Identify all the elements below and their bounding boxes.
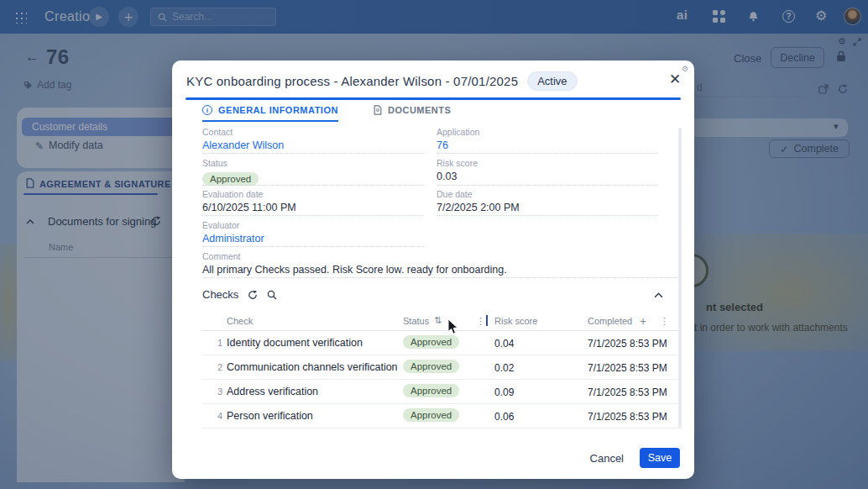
row-num: 3 xyxy=(217,386,222,397)
tab-documents[interactable]: DOCUMENTS xyxy=(374,105,451,122)
field-evaluation-date[interactable]: Evaluation date 6/10/2025 11:00 PM xyxy=(202,189,424,213)
cancel-button[interactable]: Cancel xyxy=(590,452,624,465)
row-status-pill: Approved xyxy=(403,408,459,422)
col-risk: Risk score xyxy=(494,316,537,326)
application-link[interactable]: 76 xyxy=(437,139,658,151)
row-status-pill: Approved xyxy=(403,360,459,373)
modal-scrollbar[interactable] xyxy=(678,128,682,429)
tab-panel-accent xyxy=(186,97,681,100)
row-num: 4 xyxy=(217,411,222,421)
checks-section-title: Checks xyxy=(202,288,238,301)
add-column-icon[interactable]: + xyxy=(640,314,646,328)
column-menu-icon[interactable]: ⋮ xyxy=(476,316,485,327)
col-status: Status xyxy=(403,316,429,326)
field-risk-score[interactable]: Risk score 0.03 xyxy=(437,158,658,182)
save-button[interactable]: Save xyxy=(640,448,680,468)
field-contact[interactable]: Contact Alexander Wilson xyxy=(202,127,424,151)
search-icon[interactable] xyxy=(267,290,277,300)
row-risk: 0.09 xyxy=(494,386,514,398)
row-check: Person verification xyxy=(227,410,313,422)
collapse-checks-chevron-icon[interactable] xyxy=(654,292,663,298)
row-risk: 0.04 xyxy=(494,338,514,350)
modal-title: KYC onboarding process - Alexander Wilso… xyxy=(186,74,518,88)
sort-icon[interactable]: ⇅ xyxy=(434,315,442,326)
col-check: Check xyxy=(227,316,253,326)
row-num: 2 xyxy=(217,362,222,372)
evaluator-link[interactable]: Administrator xyxy=(202,233,424,244)
row-completed: 7/1/2025 8:53 PM xyxy=(588,386,667,398)
checks-table-body: 1 Identity document verification Approve… xyxy=(202,331,680,429)
check-table-row[interactable]: 1 Identity document verification Approve… xyxy=(202,331,680,355)
document-icon xyxy=(374,105,382,115)
row-completed: 7/1/2025 8:53 PM xyxy=(588,338,667,350)
row-check: Address verification xyxy=(227,386,318,397)
row-status-pill: Approved xyxy=(403,335,459,349)
modal-settings-gear-icon[interactable]: ⚙ xyxy=(682,65,688,73)
field-due-date[interactable]: Due date 7/2/2025 2:00 PM xyxy=(437,189,658,213)
col-completed: Completed xyxy=(588,316,632,326)
row-completed: 7/1/2025 8:53 PM xyxy=(588,362,667,374)
app-root: Creatio ▶ + Search... ai ? ⚙ ← 76 Add ta… xyxy=(0,0,868,489)
mouse-cursor xyxy=(447,318,459,335)
tab-general-information[interactable]: i GENERAL INFORMATION xyxy=(202,105,338,122)
refresh-icon[interactable] xyxy=(248,290,258,300)
modal-close-icon[interactable]: ✕ xyxy=(669,72,681,87)
checks-table-header: Check Status ⇅ ⋮ Risk score Completed + … xyxy=(202,313,680,331)
status-badge: Active xyxy=(527,71,577,91)
kyc-modal: ⚙ KYC onboarding process - Alexander Wil… xyxy=(172,60,694,479)
check-table-row[interactable]: 2 Communication channels verification Ap… xyxy=(202,355,680,380)
row-completed: 7/1/2025 8:53 PM xyxy=(588,411,667,423)
row-risk: 0.02 xyxy=(494,362,514,374)
check-table-row[interactable]: 4 Person verification Approved 0.06 7/1/… xyxy=(202,404,680,429)
row-risk: 0.06 xyxy=(494,411,514,423)
field-comment[interactable]: Comment All primary Checks passed. Risk … xyxy=(202,251,680,276)
field-application[interactable]: Application 76 xyxy=(437,127,658,151)
row-check: Communication channels verification xyxy=(227,361,398,373)
field-evaluator[interactable]: Evaluator Administrator xyxy=(202,220,424,244)
column-drag-indicator xyxy=(486,315,488,326)
status-pill: Approved xyxy=(202,172,259,186)
field-status[interactable]: Status Approved xyxy=(202,158,424,186)
column-menu-icon[interactable]: ⋮ xyxy=(660,316,669,327)
row-status-pill: Approved xyxy=(403,384,459,397)
info-icon: i xyxy=(202,105,212,115)
check-table-row[interactable]: 3 Address verification Approved 0.09 7/1… xyxy=(202,380,680,404)
row-check: Identity document verification xyxy=(227,337,363,349)
row-num: 1 xyxy=(217,338,222,348)
contact-link[interactable]: Alexander Wilson xyxy=(202,139,424,151)
